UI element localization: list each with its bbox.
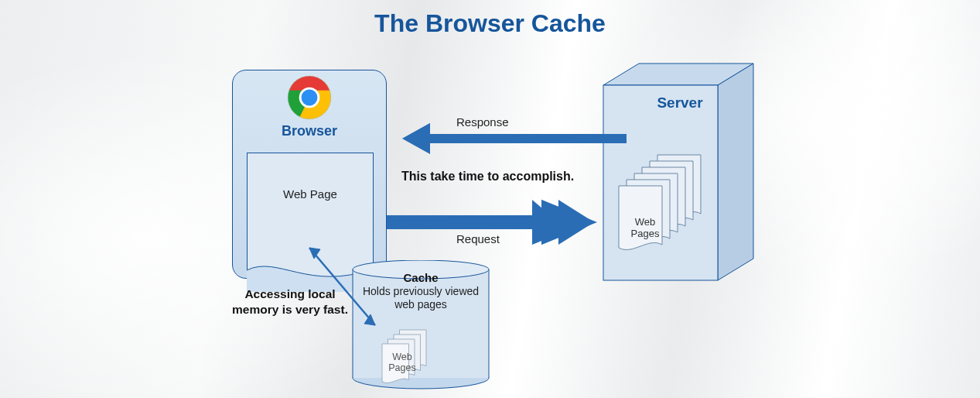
svg-marker-16: [402, 123, 430, 154]
request-label: Request: [456, 232, 500, 245]
svg-rect-21: [387, 215, 545, 229]
request-arrowhead: [541, 200, 597, 245]
svg-rect-14: [424, 134, 627, 143]
svg-marker-23: [309, 248, 320, 259]
local-annotation: Accessing local memory is very fast.: [232, 286, 348, 317]
arrows-layer: [0, 0, 980, 398]
svg-marker-24: [364, 314, 375, 325]
response-label: Response: [456, 115, 509, 129]
diagram-stage: The Browser Cache Browser: [0, 0, 980, 398]
response-arrow: [402, 123, 627, 154]
middle-annotation: This take time to accomplish.: [401, 170, 574, 184]
